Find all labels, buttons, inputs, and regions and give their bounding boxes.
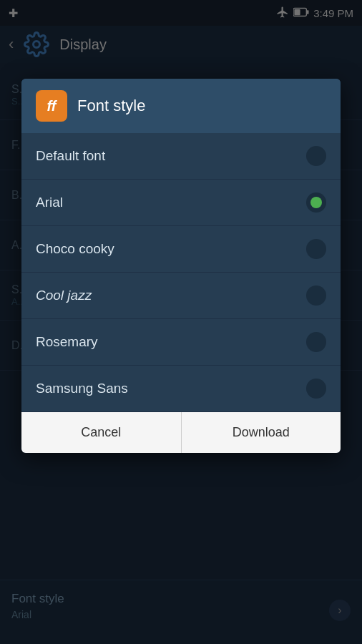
- font-option-choco[interactable]: Choco cooky: [21, 226, 341, 273]
- radio-choco[interactable]: [306, 239, 326, 259]
- font-logo: ff: [36, 90, 67, 122]
- dialog-title: Font style: [77, 97, 145, 115]
- radio-default[interactable]: [306, 146, 326, 166]
- font-label-arial: Arial: [36, 195, 63, 210]
- font-option-samsung[interactable]: Samsung Sans: [21, 366, 341, 411]
- font-label-rosemary: Rosemary: [36, 334, 98, 350]
- font-label-samsung: Samsung Sans: [36, 381, 128, 396]
- download-button[interactable]: Download: [182, 412, 341, 453]
- radio-rosemary[interactable]: [306, 332, 326, 352]
- font-option-default[interactable]: Default font: [21, 133, 341, 180]
- radio-samsung[interactable]: [306, 379, 326, 399]
- font-option-rosemary[interactable]: Rosemary: [21, 319, 341, 366]
- dialog-header: ff Font style: [21, 79, 341, 133]
- radio-arial[interactable]: [306, 192, 326, 213]
- font-label-cool: Cool jazz: [36, 288, 92, 303]
- cancel-button[interactable]: Cancel: [21, 412, 182, 453]
- radio-cool[interactable]: [306, 286, 326, 306]
- font-label-default: Default font: [36, 148, 105, 164]
- font-option-arial[interactable]: Arial: [21, 180, 341, 226]
- font-label-choco: Choco cooky: [36, 241, 114, 257]
- dialog-footer: Cancel Download: [21, 411, 341, 453]
- font-options-list: Default font Arial Choco cooky Cool jazz…: [21, 133, 341, 411]
- font-style-dialog: ff Font style Default font Arial Choco c…: [21, 79, 341, 453]
- font-option-cool[interactable]: Cool jazz: [21, 273, 341, 319]
